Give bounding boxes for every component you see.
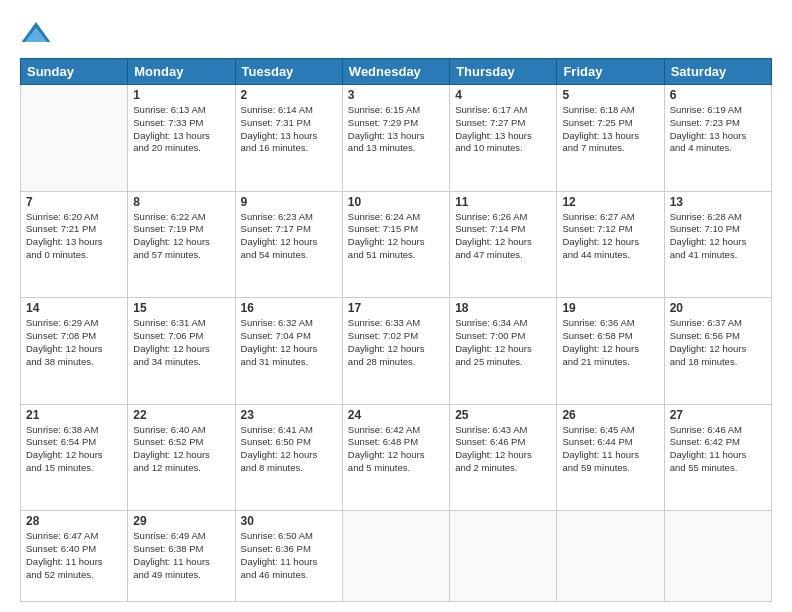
day-number: 16	[241, 301, 337, 315]
day-info: Sunrise: 6:26 AM Sunset: 7:14 PM Dayligh…	[455, 211, 551, 262]
day-number: 9	[241, 195, 337, 209]
day-info: Sunrise: 6:15 AM Sunset: 7:29 PM Dayligh…	[348, 104, 444, 155]
calendar-cell: 2Sunrise: 6:14 AM Sunset: 7:31 PM Daylig…	[235, 85, 342, 192]
day-number: 15	[133, 301, 229, 315]
day-info: Sunrise: 6:50 AM Sunset: 6:36 PM Dayligh…	[241, 530, 337, 581]
calendar-cell: 22Sunrise: 6:40 AM Sunset: 6:52 PM Dayli…	[128, 404, 235, 511]
calendar-cell: 12Sunrise: 6:27 AM Sunset: 7:12 PM Dayli…	[557, 191, 664, 298]
day-info: Sunrise: 6:22 AM Sunset: 7:19 PM Dayligh…	[133, 211, 229, 262]
day-info: Sunrise: 6:36 AM Sunset: 6:58 PM Dayligh…	[562, 317, 658, 368]
day-info: Sunrise: 6:20 AM Sunset: 7:21 PM Dayligh…	[26, 211, 122, 262]
day-number: 22	[133, 408, 229, 422]
calendar-cell: 25Sunrise: 6:43 AM Sunset: 6:46 PM Dayli…	[450, 404, 557, 511]
day-number: 26	[562, 408, 658, 422]
day-number: 4	[455, 88, 551, 102]
day-info: Sunrise: 6:27 AM Sunset: 7:12 PM Dayligh…	[562, 211, 658, 262]
calendar-cell: 4Sunrise: 6:17 AM Sunset: 7:27 PM Daylig…	[450, 85, 557, 192]
calendar-cell: 27Sunrise: 6:46 AM Sunset: 6:42 PM Dayli…	[664, 404, 771, 511]
calendar-cell: 14Sunrise: 6:29 AM Sunset: 7:08 PM Dayli…	[21, 298, 128, 405]
day-number: 28	[26, 514, 122, 528]
day-number: 11	[455, 195, 551, 209]
day-number: 19	[562, 301, 658, 315]
calendar-cell: 23Sunrise: 6:41 AM Sunset: 6:50 PM Dayli…	[235, 404, 342, 511]
day-number: 6	[670, 88, 766, 102]
calendar-cell	[664, 511, 771, 602]
header-cell-thursday: Thursday	[450, 59, 557, 85]
day-number: 3	[348, 88, 444, 102]
week-row-1: 1Sunrise: 6:13 AM Sunset: 7:33 PM Daylig…	[21, 85, 772, 192]
calendar-cell: 9Sunrise: 6:23 AM Sunset: 7:17 PM Daylig…	[235, 191, 342, 298]
calendar-cell: 20Sunrise: 6:37 AM Sunset: 6:56 PM Dayli…	[664, 298, 771, 405]
calendar-cell: 1Sunrise: 6:13 AM Sunset: 7:33 PM Daylig…	[128, 85, 235, 192]
day-info: Sunrise: 6:28 AM Sunset: 7:10 PM Dayligh…	[670, 211, 766, 262]
week-row-5: 28Sunrise: 6:47 AM Sunset: 6:40 PM Dayli…	[21, 511, 772, 602]
calendar-cell: 18Sunrise: 6:34 AM Sunset: 7:00 PM Dayli…	[450, 298, 557, 405]
day-number: 7	[26, 195, 122, 209]
day-number: 27	[670, 408, 766, 422]
header-row: SundayMondayTuesdayWednesdayThursdayFrid…	[21, 59, 772, 85]
calendar-cell: 10Sunrise: 6:24 AM Sunset: 7:15 PM Dayli…	[342, 191, 449, 298]
day-info: Sunrise: 6:42 AM Sunset: 6:48 PM Dayligh…	[348, 424, 444, 475]
day-info: Sunrise: 6:47 AM Sunset: 6:40 PM Dayligh…	[26, 530, 122, 581]
page: SundayMondayTuesdayWednesdayThursdayFrid…	[0, 0, 792, 612]
day-info: Sunrise: 6:40 AM Sunset: 6:52 PM Dayligh…	[133, 424, 229, 475]
calendar-cell: 11Sunrise: 6:26 AM Sunset: 7:14 PM Dayli…	[450, 191, 557, 298]
calendar-cell: 5Sunrise: 6:18 AM Sunset: 7:25 PM Daylig…	[557, 85, 664, 192]
calendar-table: SundayMondayTuesdayWednesdayThursdayFrid…	[20, 58, 772, 602]
calendar-cell: 15Sunrise: 6:31 AM Sunset: 7:06 PM Dayli…	[128, 298, 235, 405]
day-number: 17	[348, 301, 444, 315]
day-info: Sunrise: 6:32 AM Sunset: 7:04 PM Dayligh…	[241, 317, 337, 368]
day-info: Sunrise: 6:19 AM Sunset: 7:23 PM Dayligh…	[670, 104, 766, 155]
header-cell-friday: Friday	[557, 59, 664, 85]
calendar-body: 1Sunrise: 6:13 AM Sunset: 7:33 PM Daylig…	[21, 85, 772, 602]
calendar-cell: 17Sunrise: 6:33 AM Sunset: 7:02 PM Dayli…	[342, 298, 449, 405]
day-number: 10	[348, 195, 444, 209]
calendar-cell: 3Sunrise: 6:15 AM Sunset: 7:29 PM Daylig…	[342, 85, 449, 192]
day-number: 14	[26, 301, 122, 315]
calendar-cell	[450, 511, 557, 602]
header-cell-saturday: Saturday	[664, 59, 771, 85]
day-number: 1	[133, 88, 229, 102]
calendar-cell: 29Sunrise: 6:49 AM Sunset: 6:38 PM Dayli…	[128, 511, 235, 602]
day-info: Sunrise: 6:45 AM Sunset: 6:44 PM Dayligh…	[562, 424, 658, 475]
day-info: Sunrise: 6:46 AM Sunset: 6:42 PM Dayligh…	[670, 424, 766, 475]
day-number: 2	[241, 88, 337, 102]
calendar-cell	[21, 85, 128, 192]
day-number: 12	[562, 195, 658, 209]
week-row-4: 21Sunrise: 6:38 AM Sunset: 6:54 PM Dayli…	[21, 404, 772, 511]
day-info: Sunrise: 6:34 AM Sunset: 7:00 PM Dayligh…	[455, 317, 551, 368]
calendar-header: SundayMondayTuesdayWednesdayThursdayFrid…	[21, 59, 772, 85]
day-info: Sunrise: 6:13 AM Sunset: 7:33 PM Dayligh…	[133, 104, 229, 155]
calendar-cell: 16Sunrise: 6:32 AM Sunset: 7:04 PM Dayli…	[235, 298, 342, 405]
day-info: Sunrise: 6:41 AM Sunset: 6:50 PM Dayligh…	[241, 424, 337, 475]
calendar-cell: 7Sunrise: 6:20 AM Sunset: 7:21 PM Daylig…	[21, 191, 128, 298]
day-number: 30	[241, 514, 337, 528]
day-info: Sunrise: 6:14 AM Sunset: 7:31 PM Dayligh…	[241, 104, 337, 155]
day-number: 23	[241, 408, 337, 422]
calendar-cell	[557, 511, 664, 602]
day-info: Sunrise: 6:31 AM Sunset: 7:06 PM Dayligh…	[133, 317, 229, 368]
week-row-2: 7Sunrise: 6:20 AM Sunset: 7:21 PM Daylig…	[21, 191, 772, 298]
day-info: Sunrise: 6:24 AM Sunset: 7:15 PM Dayligh…	[348, 211, 444, 262]
day-number: 18	[455, 301, 551, 315]
day-number: 25	[455, 408, 551, 422]
day-number: 29	[133, 514, 229, 528]
header-cell-sunday: Sunday	[21, 59, 128, 85]
day-info: Sunrise: 6:37 AM Sunset: 6:56 PM Dayligh…	[670, 317, 766, 368]
calendar-cell: 13Sunrise: 6:28 AM Sunset: 7:10 PM Dayli…	[664, 191, 771, 298]
day-info: Sunrise: 6:38 AM Sunset: 6:54 PM Dayligh…	[26, 424, 122, 475]
calendar-cell: 19Sunrise: 6:36 AM Sunset: 6:58 PM Dayli…	[557, 298, 664, 405]
calendar-cell: 6Sunrise: 6:19 AM Sunset: 7:23 PM Daylig…	[664, 85, 771, 192]
day-info: Sunrise: 6:18 AM Sunset: 7:25 PM Dayligh…	[562, 104, 658, 155]
logo-icon	[20, 18, 52, 50]
calendar-cell: 28Sunrise: 6:47 AM Sunset: 6:40 PM Dayli…	[21, 511, 128, 602]
header-cell-wednesday: Wednesday	[342, 59, 449, 85]
week-row-3: 14Sunrise: 6:29 AM Sunset: 7:08 PM Dayli…	[21, 298, 772, 405]
calendar-cell	[342, 511, 449, 602]
day-number: 21	[26, 408, 122, 422]
day-info: Sunrise: 6:43 AM Sunset: 6:46 PM Dayligh…	[455, 424, 551, 475]
day-number: 20	[670, 301, 766, 315]
day-number: 8	[133, 195, 229, 209]
logo	[20, 18, 56, 50]
calendar-cell: 24Sunrise: 6:42 AM Sunset: 6:48 PM Dayli…	[342, 404, 449, 511]
